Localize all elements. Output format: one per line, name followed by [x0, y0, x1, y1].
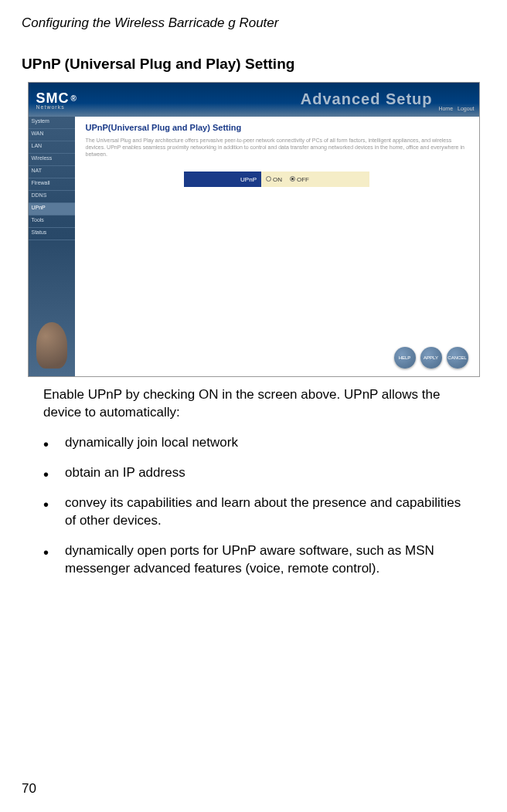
bullet-list: dynamically join local network obtain an…	[43, 434, 464, 578]
panel-title: UPnP(Universal Plug and Play) Setting	[86, 123, 468, 132]
sidebar-item-status[interactable]: Status	[29, 228, 75, 240]
screenshot-body: System WAN LAN Wireless NAT Firewall DDN…	[29, 117, 479, 376]
page-header: Configuring the Wireless Barricade g Rou…	[22, 15, 485, 31]
sidebar-item-system[interactable]: System	[29, 117, 75, 129]
sidebar-item-tools[interactable]: Tools	[29, 216, 75, 228]
upnp-control-row: UPnP ON OFF	[86, 172, 468, 187]
panel-description: The Universal Plug and Play architecture…	[86, 137, 468, 158]
radio-off-label: OFF	[297, 176, 309, 183]
radio-on-label: ON	[273, 176, 282, 183]
logo-subtitle: Networks	[36, 104, 77, 110]
smc-logo: SMC ® Networks	[36, 90, 77, 110]
sidebar-item-wireless[interactable]: Wireless	[29, 154, 75, 166]
help-button[interactable]: HELP	[394, 347, 416, 369]
router-screenshot: SMC ® Networks Advanced Setup Home Logou…	[28, 82, 480, 377]
logout-link[interactable]: Logout	[458, 106, 474, 111]
sidebar-item-nat[interactable]: NAT	[29, 166, 75, 178]
sidebar-item-wan[interactable]: WAN	[29, 129, 75, 141]
apply-button[interactable]: APPLY	[420, 347, 442, 369]
screenshot-topbar: SMC ® Networks Advanced Setup Home Logou…	[29, 83, 479, 117]
sidebar: System WAN LAN Wireless NAT Firewall DDN…	[29, 117, 75, 376]
radio-on-icon	[266, 176, 271, 182]
header-links: Home Logout	[438, 106, 474, 111]
sidebar-item-upnp[interactable]: UPnP	[29, 203, 75, 216]
sidebar-figure-icon	[36, 322, 67, 369]
list-item: dynamically open ports for UPnP aware so…	[43, 542, 464, 578]
list-item: obtain an IP address	[43, 464, 464, 482]
home-link[interactable]: Home	[438, 106, 453, 111]
cancel-button[interactable]: CANCEL	[447, 347, 468, 369]
advanced-setup-label: Advanced Setup	[301, 90, 433, 108]
sidebar-decoration	[29, 240, 75, 376]
radio-on-wrapper[interactable]: ON	[266, 176, 282, 183]
section-title: UPnP (Universal Plug and Play) Setting	[22, 56, 485, 73]
radio-off-icon	[290, 176, 295, 182]
main-panel: UPnP(Universal Plug and Play) Setting Th…	[75, 117, 479, 376]
list-item: convey its capabilities and learn about …	[43, 494, 464, 530]
page-number: 70	[22, 781, 36, 797]
intro-text: Enable UPnP by checking ON in the screen…	[43, 386, 464, 422]
sidebar-item-ddns[interactable]: DDNS	[29, 191, 75, 203]
radio-off-wrapper[interactable]: OFF	[290, 176, 309, 183]
list-item: dynamically join local network	[43, 434, 464, 452]
sidebar-item-firewall[interactable]: Firewall	[29, 178, 75, 191]
footer-buttons: HELP APPLY CANCEL	[394, 347, 468, 369]
sidebar-item-lan[interactable]: LAN	[29, 141, 75, 154]
upnp-label: UPnP	[184, 172, 261, 187]
upnp-options: ON OFF	[261, 172, 369, 187]
logo-registered: ®	[71, 94, 77, 103]
upnp-control: UPnP ON OFF	[184, 172, 369, 187]
